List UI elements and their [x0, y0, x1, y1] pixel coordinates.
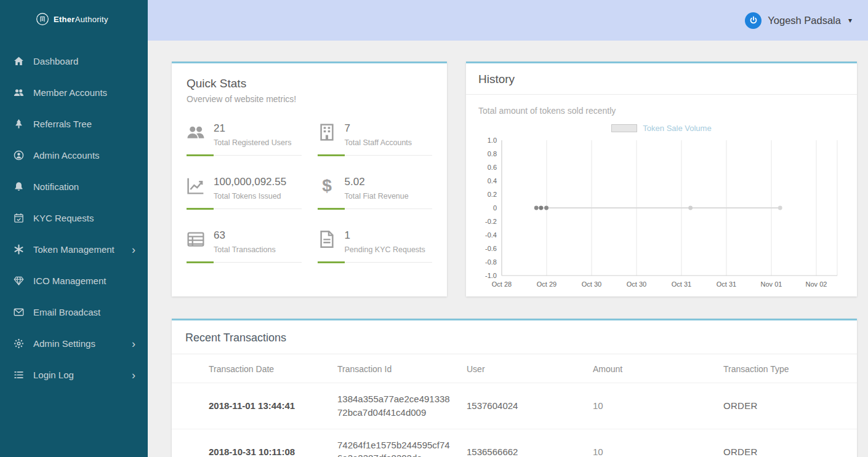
home-icon [14, 56, 24, 66]
sidebar-item-label: ICO Management [33, 276, 106, 286]
users-icon [187, 123, 205, 141]
transactions-title: Recent Transactions [172, 320, 857, 354]
svg-text:Nov 01: Nov 01 [761, 280, 782, 288]
users-icon [14, 87, 24, 98]
diamond-icon [14, 276, 24, 286]
svg-text:0.8: 0.8 [488, 150, 497, 157]
building-icon [318, 123, 336, 141]
user-name: Yogesh Padsala [768, 15, 841, 26]
main-content: Quick Stats Overview of website metrics!… [148, 41, 868, 457]
sidebar-item-referrals-tree[interactable]: Referrals Tree [0, 108, 148, 140]
quick-stats-subtitle: Overview of website metrics! [187, 94, 432, 104]
stats-grid: 21 Total Registered Users 7 Total Staff … [187, 122, 432, 263]
sidebar-item-label: Token Management [33, 244, 115, 255]
cell-amount: 10 [593, 429, 723, 457]
chart-line-icon [187, 177, 205, 195]
svg-text:1.0: 1.0 [488, 137, 497, 144]
chevron-right-icon: › [132, 244, 135, 255]
transactions-table: Transaction Date Transaction Id User Amo… [172, 354, 857, 457]
sidebar-menu: Dashboard Member Accounts Referrals Tree… [0, 46, 148, 391]
cell-transaction-id: 74264f1e1575b244595cf746a3a2387dfe8302da [337, 429, 467, 457]
transactions-card: Recent Transactions Transaction Date Tra… [172, 319, 857, 457]
chevron-right-icon: › [132, 338, 135, 349]
history-card: History Total amount of tokens sold rece… [466, 62, 857, 296]
sidebar-item-ico-management[interactable]: ICO Management [0, 265, 148, 296]
col-user: User [467, 354, 593, 383]
col-transaction-date: Transaction Date [172, 354, 337, 383]
svg-text:Oct 30: Oct 30 [627, 280, 646, 288]
sidebar-item-label: KYC Requests [33, 213, 94, 223]
chevron-right-icon: › [132, 370, 135, 381]
svg-text:Nov 02: Nov 02 [806, 280, 827, 288]
svg-text:0.2: 0.2 [488, 191, 497, 198]
svg-text:-0.4: -0.4 [485, 231, 497, 239]
table-list-icon [187, 230, 205, 248]
token-icon [14, 244, 24, 255]
svg-text:Oct 31: Oct 31 [672, 280, 691, 288]
col-amount: Amount [593, 354, 723, 383]
cell-user: 1536566662 [467, 429, 593, 457]
col-transaction-type: Transaction Type [723, 354, 857, 383]
sidebar-item-member-accounts[interactable]: Member Accounts [0, 77, 148, 108]
token-sale-chart: Oct 28Oct 29Oct 30Oct 30Oct 31Oct 31Nov … [478, 135, 845, 290]
file-icon [318, 230, 336, 248]
sidebar-item-admin-settings[interactable]: Admin Settings › [0, 328, 148, 359]
sidebar-item-notification[interactable]: Notification [0, 171, 148, 202]
stat-tile: 21 Total Registered Users [187, 122, 302, 156]
svg-text:0.6: 0.6 [488, 164, 497, 171]
sidebar-item-label: Email Broadcast [33, 307, 100, 317]
list-icon [14, 370, 24, 380]
chart-legend[interactable]: Token Sale Volume [478, 124, 845, 133]
history-title: History [466, 63, 857, 95]
stat-accent-bar [318, 208, 345, 210]
brand-logo[interactable]: EtherAuthority [0, 0, 148, 36]
stat-value: 7 [345, 122, 412, 135]
stat-accent-bar [187, 208, 214, 210]
user-menu[interactable]: Yogesh Padsala ▾ [745, 12, 852, 29]
gear-icon [14, 338, 24, 349]
sidebar-item-label: Member Accounts [33, 87, 107, 98]
sidebar-item-admin-accounts[interactable]: Admin Accounts [0, 140, 148, 171]
sidebar-item-label: Login Log [33, 370, 74, 380]
sidebar-item-email-broadcast[interactable]: Email Broadcast [0, 296, 148, 328]
svg-text:Oct 30: Oct 30 [582, 280, 601, 288]
stat-accent-bar [187, 261, 214, 263]
cell-date: 2018-10-31 10:11:08 [172, 429, 337, 457]
stat-value: 21 [214, 122, 291, 135]
svg-text:-1.0: -1.0 [485, 272, 497, 279]
cell-date: 2018-11-01 13:44:41 [172, 383, 337, 429]
sidebar-item-login-log[interactable]: Login Log › [0, 359, 148, 391]
stat-label: Total Fiat Revenue [345, 192, 409, 201]
brand-icon [36, 12, 49, 26]
quick-stats-title: Quick Stats [187, 77, 432, 90]
svg-text:-0.8: -0.8 [485, 258, 497, 266]
brand-name: EtherAuthority [54, 15, 108, 24]
caret-down-icon: ▾ [848, 16, 852, 25]
svg-text:Oct 29: Oct 29 [537, 280, 557, 288]
table-row: 2018-11-01 13:44:41 1384a355a77ae2ce4913… [172, 383, 857, 429]
sidebar-item-dashboard[interactable]: Dashboard [0, 46, 148, 77]
stat-tile: 7 Total Staff Accounts [318, 122, 433, 156]
svg-text:Oct 28: Oct 28 [492, 280, 512, 288]
stat-label: Total Tokens Issued [214, 192, 286, 201]
cell-user: 1537604024 [467, 383, 593, 429]
table-header-row: Transaction Date Transaction Id User Amo… [172, 354, 857, 383]
stat-value: 63 [214, 229, 276, 242]
sidebar-item-label: Admin Accounts [33, 150, 100, 161]
stat-accent-bar [318, 154, 345, 156]
col-transaction-id: Transaction Id [337, 354, 467, 383]
cell-type: ORDER [723, 383, 857, 429]
stat-accent-bar [318, 261, 345, 263]
sidebar-item-label: Dashboard [33, 56, 78, 66]
svg-text:0: 0 [493, 204, 497, 212]
header: Yogesh Padsala ▾ [148, 0, 868, 41]
user-circle-icon [14, 150, 24, 161]
legend-swatch [611, 124, 637, 132]
envelope-icon [14, 307, 24, 317]
sidebar-item-kyc-requests[interactable]: KYC Requests [0, 202, 148, 234]
svg-text:0.4: 0.4 [488, 177, 497, 185]
sidebar-item-label: Notification [33, 181, 79, 192]
calendar-check-icon [14, 213, 24, 223]
sidebar-item-token-management[interactable]: Token Management › [0, 234, 148, 265]
stat-value: 1 [345, 229, 425, 242]
